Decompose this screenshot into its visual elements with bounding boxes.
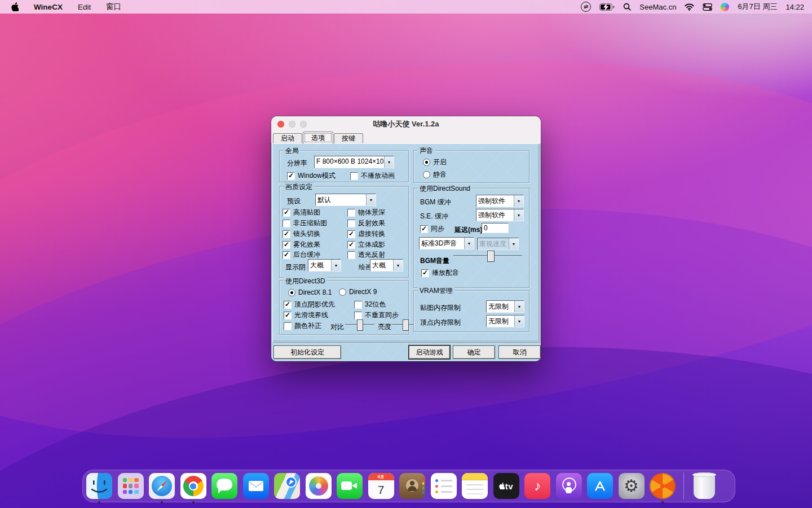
- group-directsound-legend: 使用DirectSound: [418, 184, 472, 194]
- dock-icon-notes[interactable]: [462, 473, 488, 499]
- dock-icon-facetime[interactable]: [337, 473, 363, 499]
- vertex-memory-select[interactable]: 无限制 ▼: [486, 315, 524, 327]
- uncompressed-texture-checkbox[interactable]: 非压缩贴图: [283, 218, 327, 228]
- dock-icon-system-preferences[interactable]: ⚙: [619, 473, 645, 499]
- hostname-text[interactable]: SeeMac.cn: [639, 3, 676, 11]
- contrast-label: 对比: [330, 322, 344, 332]
- menubar-time[interactable]: 14:22: [785, 3, 804, 11]
- bgm-buffer-select[interactable]: 强制软件 ▼: [476, 195, 524, 207]
- brightness-slider[interactable]: [392, 319, 413, 330]
- color-correction-checkbox[interactable]: 颜色补正: [284, 321, 321, 331]
- back-buffer-checkbox[interactable]: 后台缓冲: [283, 250, 320, 260]
- battery-icon[interactable]: [599, 3, 615, 11]
- dock-icon-finder[interactable]: [86, 473, 112, 499]
- ok-button[interactable]: 确定: [453, 345, 495, 359]
- dock-icon-reminders[interactable]: [431, 473, 457, 499]
- dock-icon-photos[interactable]: [306, 473, 332, 499]
- menu-item-window[interactable]: 窗口: [106, 2, 121, 12]
- tab-keys[interactable]: 按键: [334, 133, 363, 143]
- dock-icon-tv[interactable]: tv: [493, 473, 519, 499]
- tab-start[interactable]: 启动: [273, 133, 302, 143]
- texture-memory-select[interactable]: 无限制 ▼: [486, 300, 524, 313]
- dock-icon-safari[interactable]: [149, 473, 175, 499]
- checkbox-box[interactable]: [287, 172, 295, 180]
- light-reflection-checkbox[interactable]: 透光反射: [347, 250, 385, 260]
- siri-icon[interactable]: [721, 3, 729, 11]
- chevron-down-icon[interactable]: ▼: [514, 316, 524, 327]
- dock-icon-podcasts[interactable]: [556, 473, 582, 499]
- contrast-slider[interactable]: [345, 319, 374, 330]
- se-buffer-select[interactable]: 强制软件 ▼: [476, 209, 524, 221]
- chevron-down-icon[interactable]: ▼: [331, 260, 341, 271]
- no-animation-checkbox[interactable]: 不播放动画: [350, 171, 395, 181]
- start-game-button[interactable]: 启动游戏: [409, 345, 450, 359]
- bgm-volume-slider[interactable]: [453, 251, 522, 261]
- slider-thumb[interactable]: [403, 319, 409, 331]
- wifi-icon[interactable]: [685, 3, 694, 11]
- tab-bar: 启动 选项 按键: [271, 132, 541, 144]
- no-vsync-checkbox[interactable]: 不垂直同步: [354, 310, 399, 320]
- resolution-select[interactable]: F 800×600 B 1024×102 ▼: [314, 156, 394, 168]
- delay-input[interactable]: [482, 223, 509, 233]
- antialias-checkbox[interactable]: 光滑境界线: [284, 310, 328, 320]
- chevron-down-icon[interactable]: ▼: [366, 194, 376, 205]
- vertex-shader-checkbox[interactable]: 顶点阴影优先: [284, 300, 335, 309]
- window-mode-checkbox[interactable]: Window模式: [287, 171, 336, 181]
- dock-icon-chrome[interactable]: [180, 473, 206, 499]
- menu-app-name[interactable]: WineCX: [34, 3, 63, 11]
- tab-page-options: 全局 分辨率 F 800×600 B 1024×102 ▼ Window模式 不…: [271, 143, 541, 361]
- directx81-radio[interactable]: DirectX 8.1: [288, 288, 332, 296]
- menu-item-edit[interactable]: Edit: [78, 3, 91, 11]
- sound-mute-radio[interactable]: 静音: [423, 170, 447, 179]
- envelope-icon: [249, 481, 263, 491]
- hd-texture-checkbox[interactable]: 高清贴图: [283, 208, 320, 217]
- dock-icon-mail[interactable]: [243, 473, 269, 499]
- fog-effect-checkbox[interactable]: 雾化效果: [283, 240, 320, 249]
- flower-icon: [309, 476, 328, 496]
- preset-select[interactable]: 默认 ▼: [315, 194, 376, 206]
- chevron-down-icon[interactable]: ▼: [384, 156, 394, 168]
- dock-icon-trash[interactable]: [694, 474, 715, 499]
- control-center-icon[interactable]: [703, 3, 712, 11]
- running-indicator: [661, 501, 664, 503]
- color-32bit-checkbox[interactable]: 32位色: [354, 300, 386, 309]
- menubar-date[interactable]: 6月7日 周三: [738, 2, 777, 12]
- sync-checkbox[interactable]: 同步: [420, 224, 444, 234]
- navigation-arrow-icon: [285, 476, 297, 488]
- switch-apps-icon[interactable]: ⇄: [581, 2, 591, 12]
- dock-icon-contacts[interactable]: [399, 473, 425, 499]
- chevron-down-icon[interactable]: ▼: [514, 301, 524, 312]
- slider-thumb[interactable]: [357, 319, 363, 331]
- tab-options[interactable]: 选项: [303, 132, 333, 144]
- chevron-down-icon[interactable]: ▼: [514, 195, 523, 207]
- directx9-radio[interactable]: DirectX 9: [339, 288, 377, 296]
- dock-icon-maps[interactable]: [274, 473, 300, 499]
- dock-icon-calendar[interactable]: 6月 7: [368, 473, 394, 499]
- dock-icon-appstore[interactable]: [587, 473, 613, 499]
- chevron-down-icon[interactable]: ▼: [464, 238, 474, 249]
- dock-icon-messages[interactable]: [211, 473, 237, 499]
- dock-icon-music[interactable]: ♪: [524, 473, 550, 499]
- shadow-display-select[interactable]: 大概 ▼: [308, 259, 341, 271]
- chevron-down-icon[interactable]: ▼: [514, 209, 523, 221]
- apple-menu-icon[interactable]: [11, 2, 19, 11]
- gear-icon: ⚙: [624, 478, 639, 494]
- draw-amount-select[interactable]: 大概 ▼: [370, 259, 403, 271]
- music-note-icon: ♪: [534, 478, 541, 494]
- reflection-checkbox[interactable]: 反射效果: [347, 218, 385, 228]
- camera-switch-checkbox[interactable]: 镜头切换: [283, 229, 320, 239]
- virtual-transition-checkbox[interactable]: 虚接转换: [347, 229, 385, 239]
- slider-thumb[interactable]: [487, 251, 495, 262]
- depth-of-field-checkbox[interactable]: 物体景深: [347, 208, 385, 217]
- init-settings-button[interactable]: 初始化设定: [273, 345, 341, 359]
- dock-icon-crossover[interactable]: [650, 473, 676, 499]
- chevron-down-icon[interactable]: ▼: [393, 260, 403, 271]
- play-voice-checkbox[interactable]: 播放配音: [421, 268, 459, 278]
- sound-mode-select[interactable]: 标准3D声音 ▼: [419, 237, 474, 249]
- search-icon[interactable]: [623, 3, 631, 11]
- dock-icon-launchpad[interactable]: [118, 473, 144, 499]
- sound-on-radio[interactable]: 开启: [423, 157, 447, 167]
- checkbox-box[interactable]: [350, 172, 358, 180]
- stereo-shadow-checkbox[interactable]: 立体成影: [347, 240, 385, 249]
- cancel-button[interactable]: 取消: [498, 345, 541, 359]
